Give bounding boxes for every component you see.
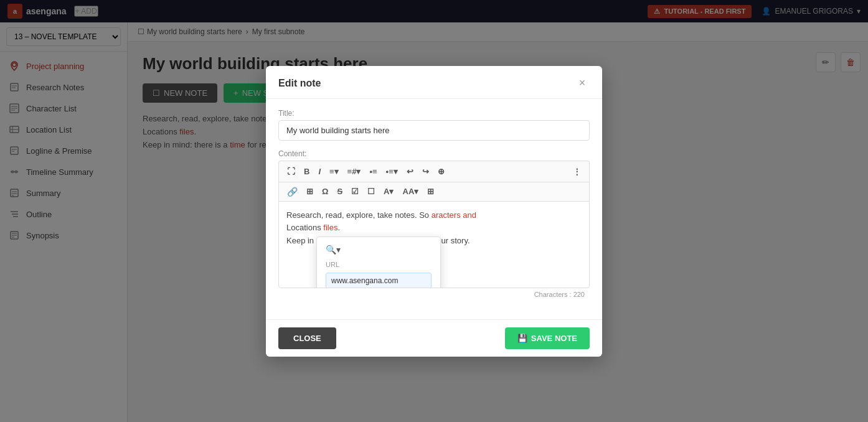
toolbar-font-a[interactable]: A▾: [380, 185, 397, 198]
save-label: SAVE NOTE: [531, 334, 577, 343]
editor-subtoolbar: 🔗 ⊞ Ω S ☑ ☐ A▾ AA▾ ⊞: [278, 182, 590, 201]
url-label: URL: [326, 260, 432, 271]
modal-body: Title: Content: ⛶ B I ≡▾ ≡#▾ •≡ •≡▾ ↩ ↪ …: [266, 99, 602, 319]
toolbar-strikethrough[interactable]: S: [334, 185, 346, 198]
url-input[interactable]: [326, 273, 432, 288]
toolbar-italic[interactable]: I: [315, 165, 324, 178]
toolbar-plus[interactable]: ⊕: [435, 165, 448, 178]
char-count: Characters : 220: [278, 288, 590, 301]
toolbar-align[interactable]: ≡▾: [326, 165, 342, 178]
toolbar-bold[interactable]: B: [301, 165, 313, 178]
title-input[interactable]: [278, 120, 590, 141]
toolbar-redo[interactable]: ↪: [419, 165, 432, 178]
title-group: Title:: [278, 109, 590, 141]
content-group: Content: ⛶ B I ≡▾ ≡#▾ •≡ •≡▾ ↩ ↪ ⊕ ⋮: [278, 149, 590, 301]
title-label: Title:: [278, 109, 590, 118]
save-icon: 💾: [517, 334, 527, 343]
toolbar-grid[interactable]: ⊞: [424, 185, 437, 198]
editor-content[interactable]: Research, read, explore, take notes. So …: [278, 201, 590, 288]
content-label: Content:: [278, 149, 590, 158]
modal-footer: CLOSE 💾 SAVE NOTE: [266, 319, 602, 357]
modal-header: Edit note ×: [266, 66, 602, 99]
toolbar-bullet-list[interactable]: •≡: [366, 165, 380, 178]
toolbar-list-empty[interactable]: ☐: [364, 185, 378, 198]
editor-toolbar: ⛶ B I ≡▾ ≡#▾ •≡ •≡▾ ↩ ↪ ⊕ ⋮: [278, 161, 590, 182]
modal-close-button[interactable]: ×: [575, 76, 590, 91]
toolbar-undo[interactable]: ↩: [403, 165, 417, 178]
save-note-button[interactable]: 💾 SAVE NOTE: [505, 327, 590, 349]
popup-search-button[interactable]: 🔍▾: [326, 245, 341, 255]
edit-note-modal: Edit note × Title: Content: ⛶ B I ≡▾ ≡#▾…: [266, 66, 602, 357]
modal-title: Edit note: [278, 78, 321, 89]
toolbar-ordered-list[interactable]: ≡#▾: [344, 165, 364, 178]
toolbar-expand[interactable]: ⛶: [284, 165, 298, 178]
toolbar-font-aa[interactable]: AA▾: [400, 185, 422, 198]
link-popup: 🔍▾ URL Text Insert: [316, 237, 441, 288]
toolbar-more[interactable]: ⋮: [570, 165, 584, 178]
toolbar-link[interactable]: 🔗: [284, 185, 301, 199]
url-row: URL: [326, 260, 432, 288]
toolbar-table[interactable]: ⊞: [303, 185, 316, 198]
close-button[interactable]: CLOSE: [278, 327, 336, 349]
modal-overlay[interactable]: Edit note × Title: Content: ⛶ B I ≡▾ ≡#▾…: [0, 0, 868, 422]
toolbar-bullet-list2[interactable]: •≡▾: [383, 165, 401, 178]
popup-search-row: 🔍▾: [326, 245, 432, 255]
toolbar-list-check[interactable]: ☑: [348, 185, 362, 198]
toolbar-omega[interactable]: Ω: [319, 185, 331, 198]
